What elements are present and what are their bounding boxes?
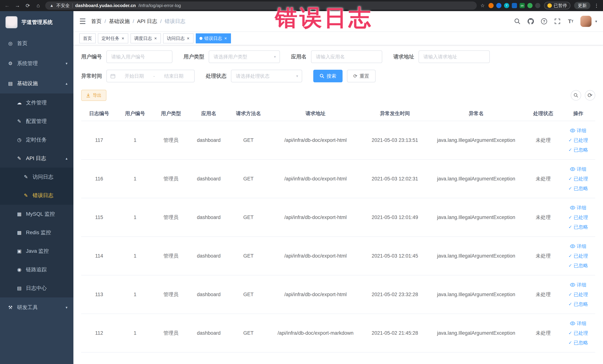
close-icon[interactable]: × xyxy=(224,36,227,41)
mark-ignored-link[interactable]: ✓已忽略 xyxy=(561,222,595,232)
mark-processed-link[interactable]: ✓已处理 xyxy=(561,135,595,145)
view-detail-link[interactable]: 详细 xyxy=(561,280,595,290)
sidebar-item-link-tracing[interactable]: ◉链路追踪 xyxy=(0,260,73,279)
view-detail-link[interactable]: 详细 xyxy=(561,241,595,251)
mark-processed-link[interactable]: ✓已处理 xyxy=(561,290,595,299)
mark-processed-link[interactable]: ✓已处理 xyxy=(561,328,595,338)
tab-scheduled-tasks[interactable]: 定时任务× xyxy=(98,33,128,43)
sidebar-toggle-icon[interactable]: ☰ xyxy=(79,17,86,26)
extension-icon[interactable] xyxy=(527,3,533,8)
extension-icon[interactable]: on xyxy=(520,3,525,8)
breadcrumb-item[interactable]: 基础设施 xyxy=(109,18,130,25)
action-label: 已处理 xyxy=(574,212,588,222)
sidebar-item-java-monitor[interactable]: ▣Java 监控 xyxy=(0,242,73,260)
extension-icon[interactable] xyxy=(535,3,540,8)
view-detail-link[interactable]: 详细 xyxy=(561,318,595,328)
exception-time-range-picker[interactable]: 开始日期 - 结束日期 xyxy=(106,70,195,82)
breadcrumb-item[interactable]: 首页 xyxy=(91,18,102,25)
sidebar-item-file-management[interactable]: ☁文件管理 xyxy=(0,94,73,112)
forward-button[interactable]: → xyxy=(14,3,21,9)
mark-ignored-link[interactable]: ✓已忽略 xyxy=(561,145,595,155)
table-cell: 未处理 xyxy=(525,237,561,275)
extension-icon[interactable] xyxy=(488,3,494,8)
reset-button[interactable]: ⟳ 重置 xyxy=(347,70,376,82)
tab-access-log[interactable]: 访问日志× xyxy=(163,33,194,43)
sidebar-item-home[interactable]: ◎首页 xyxy=(0,33,73,53)
sidebar: 芋道管理系统 ◎首页⚙系统管理▾▤基础设施▴☁文件管理✎配置管理◷定时任务✎AP… xyxy=(0,11,73,364)
sidebar-item-dev-tools[interactable]: ⚒研发工具▾ xyxy=(0,297,73,317)
toggle-search-button[interactable] xyxy=(571,90,581,101)
update-button[interactable]: 更新 xyxy=(574,2,590,9)
action-label: 已忽略 xyxy=(574,338,588,348)
user-type-select[interactable]: 请选择用户类型 ▾ xyxy=(209,50,280,63)
sidebar-item-mysql-monitor[interactable]: ▦MySQL 监控 xyxy=(0,205,73,223)
search-button[interactable]: 搜索 xyxy=(313,70,343,82)
mark-ignored-link[interactable]: ✓已忽略 xyxy=(561,338,595,348)
mark-processed-link[interactable]: ✓已处理 xyxy=(561,251,595,261)
sidebar-item-api-log[interactable]: ✎API 日志▴ xyxy=(0,149,73,168)
sidebar-item-access-log[interactable]: ✎访问日志 xyxy=(0,168,73,186)
close-icon[interactable]: × xyxy=(154,36,157,41)
bookmark-star-icon[interactable]: ☆ xyxy=(480,3,485,9)
action-label: 详细 xyxy=(577,164,586,174)
check-icon: ✓ xyxy=(568,328,572,338)
table-cell: java.lang.IllegalArgumentException xyxy=(427,198,525,237)
help-icon[interactable]: ? xyxy=(540,18,548,25)
sidebar-item-infrastructure[interactable]: ▤基础设施▴ xyxy=(0,73,73,94)
mark-processed-link[interactable]: ✓已处理 xyxy=(561,174,595,184)
table-cell: /api/infra/db-doc/export-html xyxy=(268,121,363,159)
view-detail-link[interactable]: 详细 xyxy=(561,203,595,212)
export-button[interactable]: 导出 xyxy=(81,90,106,101)
search-button-label: 搜索 xyxy=(327,73,336,79)
view-detail-link[interactable]: 详细 xyxy=(561,126,595,135)
sidebar-item-system-management[interactable]: ⚙系统管理▾ xyxy=(0,53,73,73)
user-id-input[interactable] xyxy=(106,50,172,63)
refresh-table-button[interactable]: ⟳ xyxy=(585,90,595,101)
view-detail-link[interactable]: 详细 xyxy=(561,164,595,174)
browser-menu-button[interactable]: ⋮ xyxy=(594,3,599,9)
extension-icon[interactable] xyxy=(512,3,517,8)
table-cell: 2021-05-02 23:32:28 xyxy=(363,275,427,314)
url-bar[interactable]: ▲ 不安全 dashboard.yudao.iocoder.cn /infra/… xyxy=(45,1,477,10)
top-navbar: ☰ 首页/基础设施/API 日志/错误日志 ? TT xyxy=(73,11,603,32)
fullscreen-icon[interactable] xyxy=(554,18,561,25)
home-button[interactable]: ⌂ xyxy=(35,3,42,9)
tab-error-log[interactable]: 错误日志× xyxy=(196,33,231,43)
github-icon[interactable] xyxy=(527,18,534,25)
sidebar-item-redis-monitor[interactable]: ▩Redis 监控 xyxy=(0,223,73,242)
tab-job-log[interactable]: 调度日志× xyxy=(130,33,161,43)
active-tab-dot xyxy=(199,37,202,40)
caret-down-icon[interactable]: ▾ xyxy=(595,19,597,23)
table-cell: 117 xyxy=(81,121,117,159)
extension-icon[interactable] xyxy=(496,3,501,8)
table-cell: java.lang.IllegalArgumentException xyxy=(427,275,525,314)
sidebar-item-log-center[interactable]: ▤日志中心 xyxy=(0,279,73,297)
app-name-input[interactable] xyxy=(311,50,382,63)
mark-processed-link[interactable]: ✓已处理 xyxy=(561,212,595,222)
table-cell: 管理员 xyxy=(153,121,189,159)
back-button[interactable]: ← xyxy=(4,3,10,9)
row-actions: 详细✓已处理✓已忽略 xyxy=(561,198,595,237)
reload-button[interactable]: ⟳ xyxy=(24,3,31,9)
export-button-label: 导出 xyxy=(93,92,102,98)
avatar[interactable] xyxy=(580,16,591,27)
breadcrumb-item[interactable]: API 日志 xyxy=(137,18,157,25)
table-cell: 管理员 xyxy=(153,314,189,352)
mark-ignored-link[interactable]: ✓已忽略 xyxy=(561,184,595,193)
font-size-icon[interactable]: TT xyxy=(567,18,574,25)
close-icon[interactable]: × xyxy=(121,36,125,41)
close-icon[interactable]: × xyxy=(186,36,190,41)
mark-ignored-link[interactable]: ✓已忽略 xyxy=(561,261,595,270)
request-url-input[interactable] xyxy=(418,50,490,63)
sidebar-item-config-management[interactable]: ✎配置管理 xyxy=(0,112,73,130)
paused-badge[interactable]: 已暂停 xyxy=(544,2,570,9)
table-cell: 2021-05-02 21:45:28 xyxy=(363,314,427,352)
search-icon[interactable] xyxy=(514,18,521,25)
extension-icon[interactable]: Y xyxy=(504,3,509,8)
process-status-select[interactable]: 请选择处理状态 ▾ xyxy=(231,70,302,82)
app-name-label: 应用名 xyxy=(291,53,307,60)
sidebar-item-error-log[interactable]: ✎错误日志 xyxy=(0,186,73,205)
tab-home[interactable]: 首页 xyxy=(79,33,96,43)
mark-ignored-link[interactable]: ✓已忽略 xyxy=(561,299,595,309)
sidebar-item-scheduled-tasks[interactable]: ◷定时任务 xyxy=(0,130,73,149)
